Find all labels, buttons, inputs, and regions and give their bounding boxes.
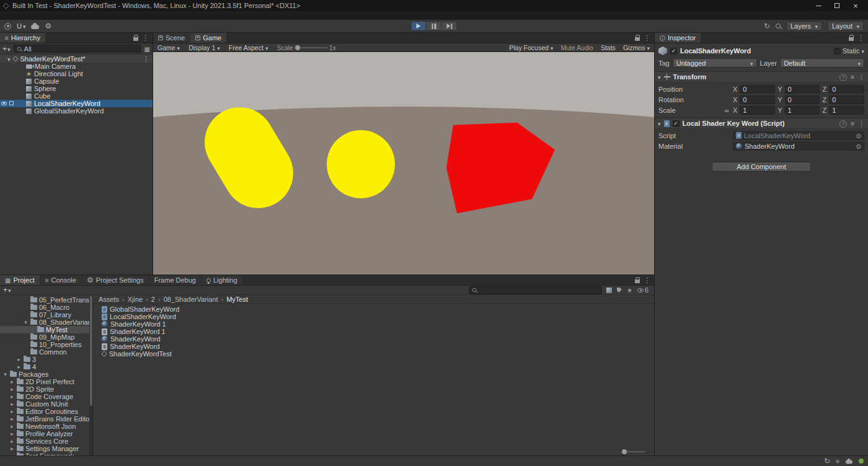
hierarchy-item[interactable]: LocalShaderKeyWord bbox=[0, 100, 153, 107]
scale-z-field[interactable]: 1 bbox=[829, 106, 864, 115]
menu-item[interactable] bbox=[2, 11, 11, 20]
view-tab[interactable]: Scene bbox=[153, 33, 190, 43]
tag-dropdown[interactable]: Untagged bbox=[673, 58, 757, 68]
folder-item[interactable]: ▸ 2D Pixel Perfect bbox=[0, 378, 92, 385]
fold-arrow-icon[interactable]: ▾ bbox=[2, 372, 8, 377]
visibility-eye-icon[interactable] bbox=[1, 102, 7, 105]
position-x-field[interactable]: 0 bbox=[740, 85, 775, 94]
console-log-icon[interactable] bbox=[836, 457, 839, 465]
save-search-icon[interactable] bbox=[627, 286, 632, 294]
layers-dropdown[interactable]: Layers bbox=[786, 21, 822, 31]
foldout-icon[interactable] bbox=[7, 55, 11, 63]
asset-item[interactable]: ShaderKeyWord 1 bbox=[102, 328, 654, 335]
object-picker-icon[interactable] bbox=[856, 143, 861, 150]
asset-item[interactable]: GlobalShaderKeyWord bbox=[102, 306, 654, 313]
folder-item[interactable]: ▸ JetBrains Rider Editor bbox=[0, 415, 92, 423]
hidden-packages-toggle[interactable]: 6 bbox=[637, 286, 649, 294]
add-component-button[interactable]: Add Component bbox=[712, 162, 811, 172]
kebab-menu-icon[interactable] bbox=[858, 120, 865, 127]
script-object-field[interactable]: LocalShaderKeyWord bbox=[733, 131, 864, 140]
fold-arrow-icon[interactable]: ▸ bbox=[9, 431, 15, 437]
folder-item[interactable]: ▸ Services Core bbox=[0, 437, 92, 445]
fold-arrow-icon[interactable]: ▸ bbox=[9, 402, 15, 407]
scrollbar-thumb[interactable] bbox=[90, 296, 92, 406]
breadcrumb-item[interactable]: 08_ShaderVariant bbox=[158, 296, 218, 303]
aspect-dropdown[interactable]: Free Aspect bbox=[229, 44, 268, 51]
mute-audio-toggle[interactable]: Mute Audio bbox=[560, 44, 593, 51]
hierarchy-item[interactable]: Sphere bbox=[0, 85, 153, 92]
layer-dropdown[interactable]: Default bbox=[780, 58, 864, 68]
project-area-tab[interactable]: Project Settings bbox=[82, 275, 149, 285]
menu-item[interactable] bbox=[28, 11, 37, 20]
static-toggle[interactable]: Static bbox=[834, 47, 864, 55]
folder-item[interactable]: ▸ 4 bbox=[0, 363, 92, 371]
static-checkbox[interactable] bbox=[834, 48, 841, 55]
scale-y-field[interactable]: 1 bbox=[785, 106, 820, 115]
play-button[interactable] bbox=[411, 21, 427, 31]
help-icon[interactable] bbox=[839, 73, 847, 81]
scale-slider[interactable] bbox=[295, 47, 327, 48]
project-search-input[interactable] bbox=[469, 286, 602, 294]
panel-menu-icon[interactable] bbox=[644, 34, 650, 42]
menu-item[interactable] bbox=[19, 11, 28, 20]
project-area-tab[interactable]: Console bbox=[40, 275, 81, 285]
presets-icon[interactable] bbox=[851, 120, 854, 127]
asset-item[interactable]: ShaderKeyWord bbox=[102, 335, 654, 343]
layout-dropdown[interactable]: Layout bbox=[828, 21, 864, 31]
tab-hierarchy[interactable]: Hierarchy bbox=[0, 33, 45, 43]
foldout-icon[interactable] bbox=[658, 120, 661, 127]
folder-item[interactable]: ▸ Editor Coroutines bbox=[0, 408, 92, 415]
rotation-x-field[interactable]: 0 bbox=[740, 95, 775, 104]
step-button[interactable] bbox=[442, 21, 458, 31]
hierarchy-item[interactable]: GlobalShaderKeyWord bbox=[0, 107, 153, 115]
close-button[interactable] bbox=[846, 1, 865, 11]
cloud-services-icon[interactable] bbox=[846, 460, 852, 464]
hierarchy-search-input[interactable]: All bbox=[14, 45, 141, 53]
lock-icon[interactable] bbox=[133, 37, 138, 41]
folder-item[interactable]: MyTest bbox=[0, 326, 92, 333]
fold-arrow-icon[interactable]: ▸ bbox=[9, 394, 15, 400]
minimize-button[interactable] bbox=[809, 1, 828, 11]
material-object-field[interactable]: ShaderKeyWord bbox=[733, 142, 864, 151]
create-object-button[interactable] bbox=[2, 45, 11, 53]
folder-item[interactable]: ▸ Newtonsoft Json bbox=[0, 423, 92, 430]
scene-menu-icon[interactable] bbox=[143, 55, 149, 63]
fold-arrow-icon[interactable]: ▸ bbox=[9, 439, 15, 444]
panel-menu-icon[interactable] bbox=[857, 34, 864, 42]
version-control-button[interactable]: U bbox=[17, 22, 25, 30]
fold-arrow-icon[interactable]: ▸ bbox=[9, 454, 15, 456]
hierarchy-options-icon[interactable] bbox=[144, 45, 150, 53]
status-indicator-icon[interactable] bbox=[859, 459, 864, 464]
presets-icon[interactable] bbox=[851, 73, 854, 81]
folder-tree-scrollbar[interactable] bbox=[89, 295, 92, 455]
folder-item[interactable]: 09_MipMap bbox=[0, 333, 92, 341]
view-tab[interactable]: Game bbox=[190, 33, 226, 43]
breadcrumb-item[interactable]: 2 bbox=[146, 296, 155, 303]
zoom-slider-track[interactable] bbox=[622, 451, 645, 452]
gizmos-dropdown[interactable]: Gizmos bbox=[623, 44, 650, 51]
stats-toggle[interactable]: Stats bbox=[601, 44, 616, 51]
folder-item[interactable]: ▸ Test Framework bbox=[0, 452, 92, 455]
project-area-tab[interactable]: Lighting bbox=[202, 275, 242, 285]
hierarchy-item[interactable]: Cube bbox=[0, 92, 153, 100]
maximize-button[interactable] bbox=[828, 1, 846, 11]
menu-item[interactable] bbox=[45, 11, 54, 20]
gameobject-name-field[interactable]: LocalShaderKeyWord bbox=[680, 47, 831, 55]
active-checkbox[interactable] bbox=[670, 48, 677, 55]
breadcrumb-item[interactable]: Xjine bbox=[122, 296, 143, 303]
create-asset-button[interactable] bbox=[3, 286, 11, 294]
fold-arrow-icon[interactable]: ▾ bbox=[23, 320, 29, 325]
folder-item[interactable]: 05_PerfectTranspare bbox=[0, 296, 92, 304]
settings-gear-icon[interactable] bbox=[45, 22, 51, 30]
script-component-header[interactable]: Local Shader Key Word (Script) bbox=[655, 118, 868, 129]
search-icon[interactable] bbox=[776, 24, 781, 29]
folder-item[interactable]: 10_Properties bbox=[0, 341, 92, 348]
object-picker-icon[interactable] bbox=[856, 132, 861, 139]
fold-arrow-icon[interactable]: ▸ bbox=[9, 387, 15, 392]
fold-arrow-icon[interactable]: ▸ bbox=[9, 416, 15, 422]
tab-inspector[interactable]: Inspector bbox=[655, 33, 701, 43]
play-focused-dropdown[interactable]: Play Focused bbox=[509, 44, 553, 51]
rotation-z-field[interactable]: 0 bbox=[829, 95, 864, 104]
breadcrumb-item[interactable]: MyTest bbox=[221, 296, 249, 303]
panel-menu-icon[interactable] bbox=[644, 276, 650, 284]
